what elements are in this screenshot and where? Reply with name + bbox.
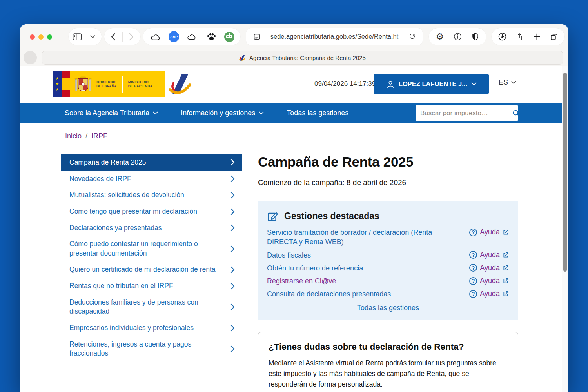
- chevron-right-icon: [230, 159, 235, 166]
- scrollbar-thumb[interactable]: [563, 73, 567, 272]
- settings-gear-icon[interactable]: ⚙: [433, 30, 446, 44]
- featured-link[interactable]: Servicio tramitación de borrador / decla…: [267, 228, 455, 247]
- downloads-icon[interactable]: [495, 30, 509, 44]
- featured-link[interactable]: Obtén tu número de referencia: [267, 263, 363, 273]
- tab-bar: Agencia Tributaria: Campaña de Renta 202…: [20, 49, 568, 66]
- main-content: Campaña de Renta 2025 Comienzo de la cam…: [258, 154, 518, 392]
- privacy-shield-icon[interactable]: [468, 30, 482, 44]
- external-link-icon: [503, 278, 509, 284]
- question-mark-icon: ?: [469, 277, 477, 285]
- aeat-logo[interactable]: [168, 73, 192, 96]
- nav-sobre-agencia[interactable]: Sobre la Agencia Tributaria: [65, 109, 158, 117]
- ayuda-link[interactable]: ? Ayuda: [469, 290, 509, 298]
- featured-row: Registrarse en Cl@ve ? Ayuda: [267, 276, 509, 286]
- chevron-right-icon: [230, 266, 235, 273]
- back-button[interactable]: [107, 30, 120, 44]
- sidebar-item[interactable]: Rentas que no tributan en el IRPF: [61, 278, 242, 294]
- search-button[interactable]: [512, 105, 518, 121]
- chevron-right-icon: [230, 208, 235, 215]
- nav-todas-gestiones[interactable]: Todas las gestiones: [287, 109, 348, 117]
- user-menu-button[interactable]: LOPEZ LAFUENTE J...: [374, 74, 489, 94]
- breadcrumb-irpf[interactable]: IRPF: [91, 132, 107, 140]
- zoom-window-button[interactable]: [47, 34, 52, 40]
- coat-of-arms: [74, 74, 92, 94]
- chevron-right-icon: [230, 303, 235, 310]
- spain-flag-strip: [62, 71, 70, 97]
- info-icon[interactable]: [451, 30, 464, 44]
- ayuda-link[interactable]: ? Ayuda: [469, 228, 509, 236]
- sidebar-chevron-down-icon[interactable]: [86, 30, 100, 44]
- active-tab[interactable]: Agencia Tributaria: Campaña de Renta 202…: [42, 51, 563, 65]
- scrollbar-track: [562, 66, 568, 392]
- adblock-plus-icon[interactable]: ABP: [169, 31, 179, 42]
- sidebar-item[interactable]: Quiero un certificado de mi declaración …: [61, 261, 242, 278]
- question-mark-icon: ?: [469, 251, 477, 259]
- tab-overview-icon[interactable]: [547, 30, 561, 44]
- new-tab-plus-icon[interactable]: [530, 30, 543, 44]
- cloud-extension-icon[interactable]: [149, 30, 163, 44]
- sidebar-item[interactable]: Novedades de IRPF: [61, 171, 242, 187]
- gobierno-text: GOBIERNO DE ESPAÑA: [96, 80, 117, 88]
- eu-flag-strip: ★★★: [53, 71, 62, 97]
- tab-group-circle-button[interactable]: [24, 51, 37, 64]
- site-header: ★★★: [20, 66, 562, 103]
- chevron-right-icon: [230, 224, 235, 231]
- featured-row: Servicio tramitación de borrador / decla…: [267, 228, 509, 247]
- sidebar-item[interactable]: Campaña de Renta 2025: [61, 154, 242, 171]
- language-selector[interactable]: ES: [499, 78, 516, 87]
- featured-link[interactable]: Consulta de declaraciones presentadas: [267, 289, 391, 299]
- edit-pencil-icon: [267, 210, 279, 222]
- search-icon: [512, 109, 518, 118]
- sidebar-toggle-icon[interactable]: [71, 30, 84, 44]
- browser-toolbar: ABP sede.agenciatributaria.gob.es/Sede/R…: [20, 24, 568, 49]
- campaign-start-text: Comienzo de la campaña: 8 de abril de 20…: [258, 178, 518, 187]
- minimize-window-button[interactable]: [38, 34, 44, 40]
- search-input[interactable]: [416, 105, 512, 121]
- external-link-icon: [503, 290, 509, 297]
- tab-title: Agencia Tributaria: Campaña de Renta 202…: [249, 54, 366, 61]
- chevron-right-icon: [230, 283, 235, 290]
- government-logo: ★★★: [53, 71, 165, 97]
- cloud-extension-icon-2[interactable]: [185, 30, 199, 44]
- web-page: ★★★: [20, 66, 562, 392]
- sidebar-item[interactable]: Deducciones familiares y de personas con…: [61, 294, 242, 320]
- sidebar-item[interactable]: Retenciones, ingresos a cuenta y pagos f…: [61, 336, 242, 362]
- sidebar-item[interactable]: Cómo tengo que presentar mi declaración: [61, 203, 242, 220]
- main-navigation: Sobre la Agencia Tributaria Información …: [20, 103, 562, 123]
- sidebar-menu: Campaña de Renta 2025 Novedades de IRPF …: [61, 154, 242, 392]
- chevron-right-icon: [230, 192, 235, 199]
- help-card-title: ¿Tienes dudas sobre tu declaración de Re…: [269, 342, 508, 352]
- address-bar[interactable]: sede.agenciatributaria.gob.es/Sede/Renta…: [246, 28, 423, 45]
- ayuda-link[interactable]: ? Ayuda: [469, 277, 509, 285]
- ayuda-link[interactable]: ? Ayuda: [469, 251, 509, 259]
- robot-extension-icon[interactable]: [224, 32, 234, 42]
- help-card-body: Mediante el Asistente virtual de Renta p…: [269, 358, 508, 390]
- sidebar-item[interactable]: Mutualistas: solicitudes de devolución: [61, 187, 242, 203]
- sidebar-item[interactable]: Declaraciones ya presentadas: [61, 220, 242, 236]
- external-link-icon: [503, 252, 509, 258]
- sidebar-item[interactable]: Cómo puedo contestar un requerimiento o …: [61, 236, 242, 261]
- featured-link[interactable]: Registrarse en Cl@ve: [267, 276, 336, 286]
- ayuda-link[interactable]: ? Ayuda: [469, 264, 509, 272]
- paw-extension-icon[interactable]: [205, 30, 218, 44]
- all-actions-link[interactable]: Todas las gestiones: [267, 304, 509, 312]
- external-link-icon: [503, 265, 509, 271]
- featured-links-list: Servicio tramitación de borrador / decla…: [267, 228, 509, 299]
- reload-icon[interactable]: [405, 30, 419, 44]
- featured-link[interactable]: Datos fiscales: [267, 250, 311, 260]
- featured-row: Obtén tu número de referencia ? Ayuda: [267, 263, 509, 273]
- chevron-right-icon: [230, 175, 235, 182]
- reader-view-icon[interactable]: [250, 30, 263, 44]
- breadcrumb: Inicio / IRPF: [65, 132, 562, 140]
- question-mark-icon: ?: [469, 264, 477, 272]
- browser-window: ABP sede.agenciatributaria.gob.es/Sede/R…: [20, 24, 568, 392]
- nav-informacion-gestiones[interactable]: Información y gestiones: [181, 109, 264, 117]
- search-box: [416, 105, 518, 121]
- breadcrumb-inicio[interactable]: Inicio: [65, 132, 82, 140]
- page-title: Campaña de Renta 2025: [258, 154, 518, 170]
- featured-row: Datos fiscales ? Ayuda: [267, 250, 509, 260]
- sidebar-item[interactable]: Empresarios individuales y profesionales: [61, 320, 242, 336]
- share-icon[interactable]: [513, 30, 526, 44]
- forward-button[interactable]: [125, 30, 138, 44]
- close-window-button[interactable]: [30, 34, 35, 40]
